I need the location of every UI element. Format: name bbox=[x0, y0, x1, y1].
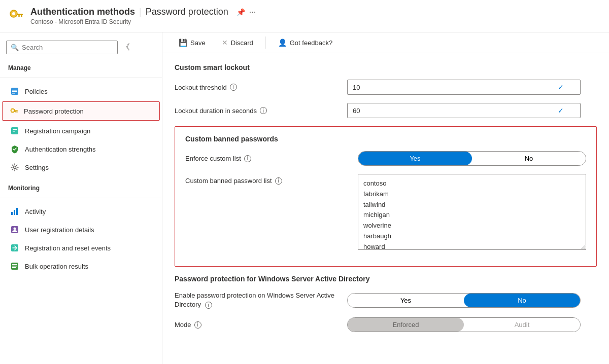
banned-list-textarea[interactable]: contoso fabrikam tailwind michigan wolve… bbox=[358, 174, 586, 250]
settings-label: Settings bbox=[25, 164, 49, 171]
lockout-duration-label: Lockout duration in seconds i bbox=[175, 107, 347, 115]
svg-rect-27 bbox=[12, 267, 16, 268]
banned-passwords-title: Custom banned passwords bbox=[185, 135, 586, 143]
header-text: Authentication methods | Password protec… bbox=[30, 7, 256, 25]
reg-reset-icon bbox=[10, 243, 20, 253]
pin-icon[interactable]: 📌 bbox=[236, 8, 245, 16]
svg-rect-26 bbox=[12, 266, 17, 267]
smart-lockout-title: Custom smart lockout bbox=[175, 63, 597, 71]
svg-rect-8 bbox=[12, 93, 15, 94]
discard-button[interactable]: ✕ Discard bbox=[218, 37, 257, 49]
reg-reset-label: Registration and reset events bbox=[25, 244, 111, 252]
lockout-threshold-label: Lockout threshold i bbox=[175, 84, 347, 91]
key-icon bbox=[9, 106, 19, 116]
discard-label: Discard bbox=[231, 39, 253, 47]
lockout-duration-dropdown[interactable]: 60 ✓ bbox=[347, 103, 581, 118]
registration-campaign-label: Registration campaign bbox=[25, 127, 90, 135]
activity-icon bbox=[10, 206, 20, 216]
banned-list-row: Custom banned password list i contoso fa… bbox=[185, 174, 586, 250]
activity-label: Activity bbox=[25, 208, 46, 215]
mode-toggle: Enforced Audit bbox=[347, 317, 581, 332]
enforce-no-btn[interactable]: No bbox=[472, 152, 586, 165]
lockout-duration-value: 60 bbox=[353, 107, 360, 115]
svg-rect-3 bbox=[21, 15, 22, 17]
svg-rect-4 bbox=[18, 15, 20, 17]
mode-enforced-btn[interactable]: Enforced bbox=[348, 318, 464, 332]
svg-point-22 bbox=[14, 228, 16, 230]
more-icon[interactable]: ··· bbox=[249, 8, 256, 17]
discard-icon: ✕ bbox=[222, 39, 228, 47]
sidebar-item-registration-campaign[interactable]: Registration campaign bbox=[0, 122, 162, 140]
svg-rect-12 bbox=[17, 112, 18, 113]
windows-ad-title: Password protection for Windows Server A… bbox=[175, 275, 597, 283]
svg-rect-6 bbox=[12, 90, 17, 91]
svg-rect-25 bbox=[12, 264, 17, 265]
lockout-threshold-info-icon[interactable]: i bbox=[230, 84, 237, 91]
svg-rect-7 bbox=[12, 91, 17, 92]
svg-point-1 bbox=[12, 12, 15, 15]
svg-rect-19 bbox=[14, 210, 15, 215]
check-icon-2: ✓ bbox=[558, 106, 564, 115]
lockout-threshold-value: 10 bbox=[353, 84, 360, 91]
mode-info-icon[interactable]: i bbox=[194, 321, 201, 329]
mode-label: Mode i bbox=[175, 321, 347, 329]
svg-rect-15 bbox=[13, 129, 17, 130]
page-header: Authentication methods | Password protec… bbox=[0, 0, 609, 32]
windows-ad-section: Password protection for Windows Server A… bbox=[175, 275, 597, 332]
shield-icon bbox=[10, 144, 20, 154]
monitoring-section-label: Monitoring bbox=[0, 176, 162, 194]
header-separator: | bbox=[139, 7, 142, 17]
user-reg-icon bbox=[10, 225, 20, 235]
user-registration-label: User registration details bbox=[25, 226, 94, 234]
save-button[interactable]: 💾 Save bbox=[175, 37, 210, 49]
feedback-icon: 👤 bbox=[278, 39, 287, 47]
lockout-duration-info-icon[interactable]: i bbox=[260, 107, 267, 114]
feedback-button[interactable]: 👤 Got feedback? bbox=[274, 37, 337, 49]
lockout-threshold-dropdown[interactable]: 10 ✓ bbox=[347, 80, 581, 95]
auth-strengths-label: Authentication strengths bbox=[25, 145, 95, 153]
search-icon: 🔍 bbox=[11, 44, 19, 51]
enforce-custom-info-icon[interactable]: i bbox=[244, 155, 251, 162]
header-icon bbox=[8, 7, 24, 25]
svg-rect-11 bbox=[14, 111, 18, 112]
page-title: Password protection bbox=[146, 7, 228, 17]
sidebar-item-user-registration[interactable]: User registration details bbox=[0, 221, 162, 239]
app-title: Authentication methods bbox=[30, 7, 135, 17]
enforce-custom-label: Enforce custom list i bbox=[185, 155, 358, 162]
policies-label: Policies bbox=[25, 88, 48, 95]
save-icon: 💾 bbox=[179, 39, 187, 47]
banned-passwords-section: Custom banned passwords Enforce custom l… bbox=[175, 126, 597, 267]
svg-rect-18 bbox=[11, 212, 13, 215]
lockout-duration-row: Lockout duration in seconds i 60 ✓ bbox=[175, 103, 597, 118]
enforce-custom-row: Enforce custom list i Yes No bbox=[185, 151, 586, 166]
search-box[interactable]: 🔍 bbox=[6, 41, 118, 54]
svg-rect-16 bbox=[13, 131, 15, 132]
sidebar-item-policies[interactable]: Policies bbox=[0, 82, 162, 100]
sidebar-item-settings[interactable]: Settings bbox=[0, 158, 162, 176]
sidebar-item-bulk[interactable]: Bulk operation results bbox=[0, 257, 162, 275]
manage-section-label: Manage bbox=[0, 58, 162, 74]
enable-windows-info-icon[interactable]: i bbox=[205, 302, 212, 309]
enable-no-btn[interactable]: No bbox=[464, 294, 580, 307]
svg-rect-13 bbox=[15, 112, 16, 113]
collapse-btn[interactable]: 《 bbox=[122, 42, 130, 53]
svg-rect-2 bbox=[17, 14, 23, 15]
sidebar-item-reg-reset[interactable]: Registration and reset events bbox=[0, 239, 162, 257]
sidebar-item-auth-strengths[interactable]: Authentication strengths bbox=[0, 140, 162, 158]
banned-list-label: Custom banned password list i bbox=[185, 174, 358, 185]
toolbar: 💾 Save ✕ Discard 👤 Got feedback? bbox=[162, 32, 609, 53]
bulk-icon bbox=[10, 261, 20, 271]
enforce-toggle-group: Yes No bbox=[358, 151, 586, 166]
enable-yes-btn[interactable]: Yes bbox=[348, 294, 464, 307]
toolbar-divider bbox=[265, 37, 266, 49]
enforce-yes-btn[interactable]: Yes bbox=[358, 152, 472, 165]
check-icon: ✓ bbox=[558, 83, 564, 91]
mode-audit-btn[interactable]: Audit bbox=[464, 318, 580, 332]
header-subtitle: Contoso - Microsoft Entra ID Security bbox=[30, 18, 256, 25]
banned-list-info-icon[interactable]: i bbox=[275, 177, 282, 185]
sidebar-item-password-protection[interactable]: Password protection bbox=[2, 101, 160, 121]
svg-point-17 bbox=[14, 166, 16, 169]
search-input[interactable] bbox=[22, 44, 113, 51]
sidebar-item-activity[interactable]: Activity bbox=[0, 202, 162, 221]
svg-point-10 bbox=[12, 110, 14, 112]
